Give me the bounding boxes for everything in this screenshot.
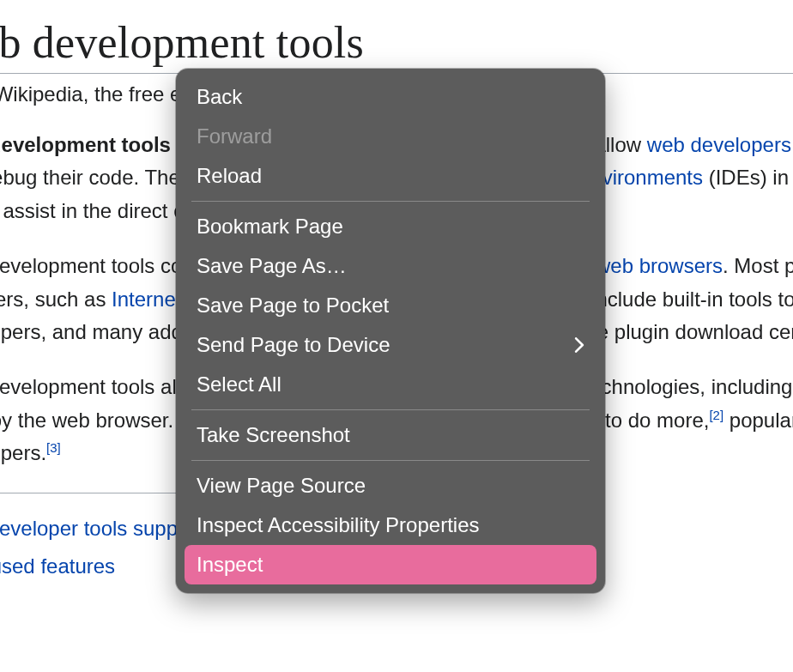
menu-separator [191,201,590,202]
menu-item-label: Save Page to Pocket [197,293,389,318]
page-title: Web development tools [0,17,793,74]
menu-item-take-screenshot[interactable]: Take Screenshot [185,415,596,455]
menu-item-label: Save Page As… [197,253,347,279]
menu-item-reload[interactable]: Reload [185,156,596,196]
menu-item-bookmark-page[interactable]: Bookmark Page [185,207,596,246]
menu-item-inspect-accessibility-properties[interactable]: Inspect Accessibility Properties [185,506,596,545]
menu-item-label: Inspect [197,552,263,578]
menu-item-send-page-to-device[interactable]: Send Page to Device [185,325,596,365]
menu-item-label: Reload [197,163,262,189]
menu-item-back[interactable]: Back [185,77,596,117]
menu-item-label: Bookmark Page [197,214,343,239]
menu-item-select-all[interactable]: Select All [185,365,596,404]
menu-item-label: Back [197,84,242,110]
menu-item-label: Send Page to Device [197,332,390,358]
menu-item-label: View Page Source [197,473,366,499]
link-web-browsers[interactable]: web browsers [596,254,723,277]
menu-separator [191,409,590,410]
context-menu[interactable]: BackForwardReloadBookmark PageSave Page … [176,69,605,593]
menu-item-save-page-as[interactable]: Save Page As… [185,246,596,286]
menu-item-label: Select All [197,372,281,397]
reference-3[interactable]: [3] [46,440,61,455]
menu-item-label: Inspect Accessibility Properties [197,512,479,538]
menu-item-view-page-source[interactable]: View Page Source [185,466,596,506]
link-web-developers[interactable]: web developers [647,133,791,156]
menu-separator [191,460,590,461]
menu-item-forward: Forward [185,117,596,156]
menu-item-label: Forward [197,124,272,149]
reference-2[interactable]: [2] [709,408,723,422]
menu-item-label: Take Screenshot [197,422,350,448]
chevron-right-icon [574,337,584,353]
lead-bold: Web development tools [0,133,171,156]
menu-item-inspect[interactable]: Inspect [185,545,596,584]
menu-item-save-page-to-pocket[interactable]: Save Page to Pocket [185,286,596,325]
